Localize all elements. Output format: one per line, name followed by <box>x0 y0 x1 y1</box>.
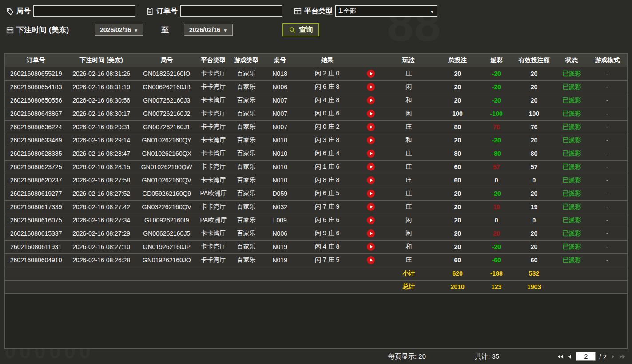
cell-result: 闲 6 庄 6 <box>296 214 358 227</box>
cell-table_no: N006 <box>264 80 296 94</box>
cell-video <box>358 240 383 253</box>
grand-total-row-payout: 123 <box>481 280 512 293</box>
cell-total_bet: 20 <box>434 94 481 107</box>
cell-total_bet: 20 <box>434 214 481 227</box>
cell-play: 庄 <box>383 174 434 187</box>
play-video-icon[interactable] <box>367 150 375 158</box>
cell-game_type: 百家乐 <box>229 67 263 80</box>
play-video-icon[interactable] <box>367 216 375 224</box>
cell-game_mode: - <box>587 94 627 107</box>
cell-result: 闲 7 庄 9 <box>296 200 358 214</box>
play-video-icon[interactable] <box>367 96 375 104</box>
total-count-label: 共计: <box>475 352 490 360</box>
round-input[interactable] <box>33 5 135 17</box>
play-video-icon[interactable] <box>367 243 375 251</box>
play-video-icon[interactable] <box>367 123 375 131</box>
col-header-payout: 派彩 <box>481 54 512 67</box>
cell-total_bet: 100 <box>434 107 481 120</box>
cell-order_id: 260216080655219 <box>5 67 67 80</box>
cell-order_id: 260216080654183 <box>5 80 67 94</box>
date-to-value: 2026/02/16 <box>189 26 220 33</box>
grand-total-row-bet_time <box>67 280 135 293</box>
chevron-down-icon <box>430 8 434 15</box>
cell-play: 和 <box>383 94 434 107</box>
cell-round: GL009262160I9 <box>135 214 198 227</box>
cell-table_no: L009 <box>264 214 296 227</box>
prev-page-icon[interactable] <box>567 354 572 360</box>
cell-total_bet: 20 <box>434 227 481 240</box>
cell-order_id: 260216080628385 <box>5 147 67 160</box>
order-input[interactable] <box>180 5 282 17</box>
cell-play: 庄 <box>383 147 434 160</box>
cell-order_id: 260216080623725 <box>5 160 67 174</box>
cell-valid_bet: 20 <box>512 227 556 240</box>
cell-order_id: 260216080650556 <box>5 94 67 107</box>
play-video-icon[interactable] <box>367 136 375 144</box>
subtotal-row: 小计620-188532 <box>5 267 627 280</box>
play-video-icon[interactable] <box>367 70 375 78</box>
play-video-icon[interactable] <box>367 256 375 264</box>
cell-total_bet: 20 <box>434 240 481 253</box>
total-count-display: 共计: 35 <box>475 352 499 361</box>
cell-bet_time: 2026-02-16 08:28:47 <box>67 147 135 160</box>
cell-total_bet: 80 <box>434 120 481 134</box>
cell-play: 闲 <box>383 214 434 227</box>
subtotal-row-table_no <box>264 267 296 280</box>
cell-payout: -100 <box>481 107 512 120</box>
cell-bet_time: 2026-02-16 08:27:42 <box>67 200 135 214</box>
table-row: 2602160806192772026-02-16 08:27:52GD0592… <box>5 187 627 200</box>
query-button[interactable]: 查询 <box>282 23 319 36</box>
chevron-down-icon <box>223 26 227 33</box>
cell-play: 闲 <box>383 107 434 120</box>
cell-status: 已派彩 <box>556 134 587 147</box>
cell-round: GN018262160IO <box>135 67 198 80</box>
cell-table_no: N007 <box>264 94 296 107</box>
date-to-button[interactable]: 2026/02/16 <box>184 24 233 36</box>
play-video-icon[interactable] <box>367 176 375 184</box>
last-page-icon[interactable] <box>619 354 626 360</box>
col-header-platform: 平台类型 <box>198 54 229 67</box>
cell-table_no: N010 <box>264 160 296 174</box>
platform-select[interactable]: 1.全部 <box>335 5 437 17</box>
cell-round: GD059262160Q9 <box>135 187 198 200</box>
subtotal-row-platform <box>198 267 229 280</box>
table-row: 2602160806362242026-02-16 08:29:31GN0072… <box>5 120 627 134</box>
cell-video <box>358 200 383 214</box>
play-video-icon[interactable] <box>367 163 375 171</box>
page-input[interactable] <box>576 352 596 361</box>
play-video-icon[interactable] <box>367 190 375 198</box>
cell-status: 已派彩 <box>556 187 587 200</box>
play-video-icon[interactable] <box>367 110 375 118</box>
play-video-icon[interactable] <box>367 83 375 91</box>
grand-total-row-round <box>135 280 198 293</box>
cell-order_id: 260216080643867 <box>5 107 67 120</box>
play-video-icon[interactable] <box>367 229 375 237</box>
cell-payout: -20 <box>481 240 512 253</box>
cell-table_no: N007 <box>264 120 296 134</box>
cell-valid_bet: 57 <box>512 160 556 174</box>
cell-video <box>358 67 383 80</box>
cell-platform: 卡卡湾厅 <box>198 253 229 267</box>
cell-result: 闲 0 庄 6 <box>296 107 358 120</box>
subtotal-row-game_mode <box>587 267 627 280</box>
cell-table_no: N010 <box>264 174 296 187</box>
cell-round: GN019262160JP <box>135 240 198 253</box>
cell-total_bet: 60 <box>434 253 481 267</box>
grand-total-row-order_id <box>5 280 67 293</box>
date-from-button[interactable]: 2026/02/16 <box>95 24 143 36</box>
grand-total-row-table_no <box>264 280 296 293</box>
orders-table: 订单号下注时间 (美东)局号平台类型游戏类型桌号结果玩法总投注派彩有效投注额状态… <box>5 54 627 294</box>
cell-video <box>358 134 383 147</box>
cell-table_no: N018 <box>264 67 296 80</box>
first-page-icon[interactable] <box>557 354 564 360</box>
table-row: 2602160806173392026-02-16 08:27:42GN0322… <box>5 200 627 214</box>
platform-label: 平台类型 <box>304 7 333 16</box>
play-video-icon[interactable] <box>367 203 375 211</box>
subtotal-row-order_id <box>5 267 67 280</box>
cell-bet_time: 2026-02-16 08:27:58 <box>67 174 135 187</box>
cell-round: GN007262160J3 <box>135 94 198 107</box>
next-page-icon[interactable] <box>610 354 616 360</box>
grand-total-row-video <box>358 280 383 293</box>
col-header-bet_time: 下注时间 (美东) <box>67 54 135 67</box>
cell-platform: 卡卡湾厅 <box>198 67 229 80</box>
